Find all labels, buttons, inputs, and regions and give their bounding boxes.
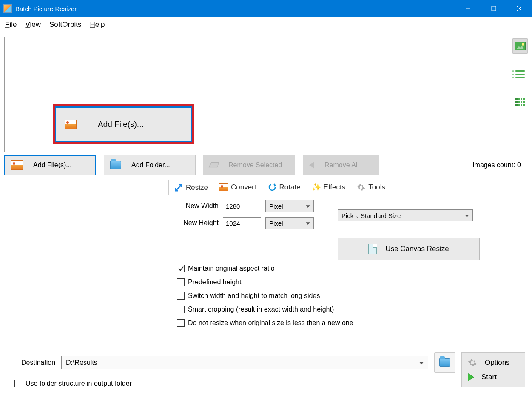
resize-icon <box>174 183 183 192</box>
checkbox-icon <box>177 319 185 327</box>
checkbox-icon <box>177 265 185 272</box>
switch-wh-label: Switch width and height to match long si… <box>188 292 320 300</box>
left-pane <box>4 180 166 332</box>
tab-rotate-label: Rotate <box>279 183 301 192</box>
destination-label: Destination <box>21 359 55 366</box>
folder-icon <box>110 161 121 169</box>
predefined-height-label: Predefined height <box>188 278 241 286</box>
remove-selected-label: Remove Selected <box>228 161 282 169</box>
new-width-label: New Width <box>176 202 219 210</box>
grid-icon <box>515 98 525 106</box>
minimize-button[interactable] <box>455 0 481 17</box>
remove-all-label: Remove All <box>324 161 359 169</box>
file-toolbar: Add File(s)... Add Folder... Remove Sele… <box>0 152 532 180</box>
preview-area: Add File(s)... <box>4 37 508 152</box>
checkbox-icon <box>177 306 185 313</box>
tab-effects[interactable]: ✨ Effects <box>306 180 351 195</box>
browse-destination-button[interactable] <box>434 352 455 373</box>
maintain-aspect-label: Maintain original aspect ratio <box>188 265 275 272</box>
svg-line-4 <box>176 185 182 191</box>
add-files-big-label: Add File(s)... <box>98 120 144 129</box>
wand-icon: ✨ <box>312 183 321 192</box>
standard-size-select[interactable]: Pick a Standard Size <box>338 209 473 221</box>
switch-wh-checkbox[interactable]: Switch width and height to match long si… <box>177 292 520 300</box>
use-folder-structure-checkbox[interactable]: Use folder structure in output folder <box>14 380 525 387</box>
menu-softorbits[interactable]: SoftOrbits <box>48 19 83 31</box>
view-list-button[interactable] <box>512 66 528 82</box>
smart-crop-checkbox[interactable]: Smart cropping (result in exact width an… <box>177 306 520 313</box>
use-folder-structure-label: Use folder structure in output folder <box>26 380 132 387</box>
menubar: File View SoftOrbits Help <box>0 17 532 32</box>
right-pane: Resize Convert Rotate ✨ Effects Tools <box>168 180 528 332</box>
window-title: Batch Picture Resizer <box>15 5 77 12</box>
view-grid-button[interactable] <box>512 94 528 110</box>
remove-selected-button: Remove Selected <box>203 155 295 175</box>
tab-tools-label: Tools <box>368 183 385 192</box>
smart-crop-label: Smart cropping (result in exact width an… <box>188 306 334 313</box>
predefined-height-checkbox[interactable]: Predefined height <box>177 278 520 286</box>
tab-convert-label: Convert <box>231 183 256 192</box>
gear-icon <box>356 183 366 192</box>
list-icon <box>515 70 525 78</box>
height-unit-select[interactable]: Pixel <box>265 217 314 229</box>
width-unit-select[interactable]: Pixel <box>265 200 314 212</box>
add-folder-button[interactable]: Add Folder... <box>104 155 196 175</box>
menu-help[interactable]: Help <box>88 19 107 31</box>
tab-convert[interactable]: Convert <box>213 180 262 195</box>
rotate-icon <box>267 183 277 192</box>
app-icon <box>3 4 12 13</box>
picture-icon <box>65 120 77 129</box>
folder-icon <box>439 358 450 367</box>
tab-rotate[interactable]: Rotate <box>262 180 306 195</box>
menu-file[interactable]: File <box>3 19 18 31</box>
thumbnail-icon <box>515 42 526 50</box>
titlebar: Batch Picture Resizer <box>0 0 532 17</box>
document-icon <box>368 244 377 254</box>
tab-effects-label: Effects <box>324 183 346 192</box>
new-height-input[interactable] <box>223 217 261 229</box>
view-thumbnails-button[interactable] <box>512 38 528 54</box>
checkbox-icon <box>177 292 185 300</box>
new-width-input[interactable] <box>223 200 261 212</box>
start-button[interactable]: Start <box>461 367 525 387</box>
canvas-resize-button[interactable]: Use Canvas Resize <box>338 238 480 260</box>
back-arrow-icon <box>309 162 314 169</box>
destination-combo[interactable]: D:\Results <box>61 356 428 369</box>
checkbox-icon <box>14 380 22 387</box>
options-label: Options <box>485 358 510 367</box>
svg-rect-1 <box>492 6 496 11</box>
picture-icon <box>11 160 23 170</box>
add-files-label: Add File(s)... <box>33 161 72 169</box>
close-button[interactable] <box>506 0 532 17</box>
checkbox-icon <box>177 278 185 286</box>
tabs: Resize Convert Rotate ✨ Effects Tools <box>168 180 528 195</box>
no-upscale-checkbox[interactable]: Do not resize when original size is less… <box>177 319 520 327</box>
new-height-label: New Height <box>176 219 219 227</box>
gear-icon <box>468 358 477 367</box>
start-label: Start <box>481 373 497 381</box>
tab-resize-label: Resize <box>186 183 208 192</box>
tab-resize[interactable]: Resize <box>168 180 213 195</box>
canvas-resize-label: Use Canvas Resize <box>385 245 449 253</box>
no-upscale-label: Do not resize when original size is less… <box>188 319 353 327</box>
eraser-icon <box>208 162 219 168</box>
resize-panel: New Width Pixel New Height Pixel Pick a … <box>168 195 528 336</box>
svg-point-5 <box>269 184 275 190</box>
tab-tools[interactable]: Tools <box>351 180 391 195</box>
play-arrow-icon <box>468 373 474 381</box>
add-folder-label: Add Folder... <box>131 161 170 169</box>
maximize-button[interactable] <box>481 0 506 17</box>
view-mode-sidebar <box>512 37 528 152</box>
maintain-aspect-checkbox[interactable]: Maintain original aspect ratio <box>177 265 520 272</box>
picture-icon <box>219 183 228 192</box>
images-count-label: Images count: 0 <box>472 161 528 169</box>
add-files-big-button[interactable]: Add File(s)... <box>55 106 192 142</box>
remove-all-button: Remove All <box>303 155 379 175</box>
add-files-highlight: Add File(s)... <box>53 104 194 144</box>
menu-view[interactable]: View <box>23 19 43 31</box>
footer: Destination D:\Results Options Use folde… <box>0 348 532 395</box>
add-files-button[interactable]: Add File(s)... <box>4 155 96 175</box>
